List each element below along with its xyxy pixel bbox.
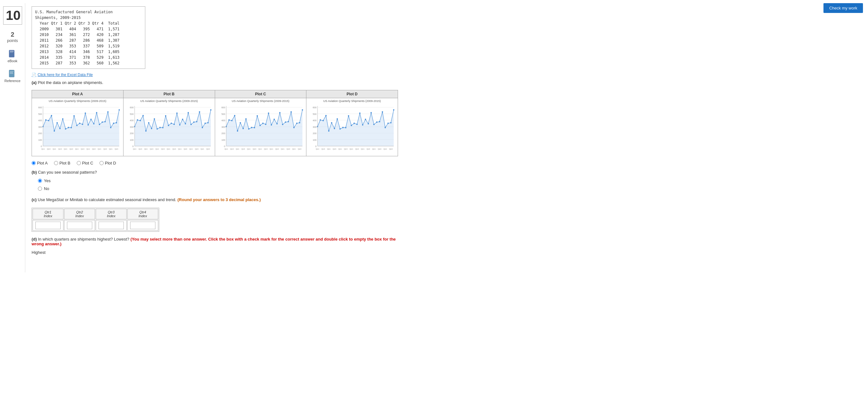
yes-label: Yes bbox=[44, 178, 51, 183]
qtr1-index-input[interactable] bbox=[35, 222, 61, 229]
part-a: (a) Plot the data on airplane shipments. bbox=[32, 80, 398, 85]
plot-d-header: Plot D bbox=[306, 90, 398, 98]
svg-rect-1 bbox=[10, 51, 13, 52]
plot-c-radio[interactable] bbox=[77, 161, 81, 165]
svg-text:Qtr1: Qtr1 bbox=[350, 148, 353, 150]
plot-d-radio[interactable] bbox=[99, 161, 103, 165]
svg-point-203 bbox=[326, 115, 327, 116]
indexes-table: Qtr1Index Qtr2Index Qtr3Index Qtr4Index bbox=[32, 208, 159, 232]
svg-text:200: 200 bbox=[38, 132, 42, 135]
svg-point-145 bbox=[237, 130, 238, 132]
no-label: No bbox=[44, 186, 49, 191]
plot-c-title: US Aviation Quarterly Shipments (2009-20… bbox=[216, 99, 305, 103]
plot-c-radio-label[interactable]: Plot C bbox=[77, 161, 93, 165]
check-my-work-button[interactable]: Check my work bbox=[824, 3, 863, 13]
plot-c-column: Plot C US Aviation Quarterly Shipments (… bbox=[215, 90, 307, 156]
svg-point-45 bbox=[104, 121, 106, 122]
no-radio[interactable] bbox=[38, 187, 42, 191]
svg-point-107 bbox=[205, 123, 206, 124]
svg-point-31 bbox=[65, 128, 66, 129]
svg-point-211 bbox=[348, 115, 349, 116]
qtr3-index-input[interactable] bbox=[98, 222, 124, 229]
svg-text:Qtr3: Qtr3 bbox=[58, 148, 62, 150]
svg-point-33 bbox=[70, 127, 72, 128]
svg-text:Qtr3: Qtr3 bbox=[230, 148, 234, 150]
plot-b-radio[interactable] bbox=[54, 161, 58, 165]
svg-point-104 bbox=[196, 121, 197, 122]
plot-b-column: Plot B US Aviation Quarterly Shipments (… bbox=[124, 90, 215, 156]
svg-point-216 bbox=[362, 124, 363, 125]
qtr2-index-input[interactable] bbox=[67, 222, 92, 229]
svg-text:Qtr3: Qtr3 bbox=[321, 148, 326, 150]
svg-text:Qtr1: Qtr1 bbox=[98, 148, 101, 150]
svg-point-224 bbox=[385, 127, 386, 128]
svg-point-213 bbox=[354, 123, 355, 124]
svg-text:300: 300 bbox=[221, 125, 225, 128]
svg-text:Qtr3: Qtr3 bbox=[367, 148, 371, 150]
svg-point-221 bbox=[376, 122, 377, 123]
svg-point-44 bbox=[102, 122, 103, 123]
svg-text:Qtr3: Qtr3 bbox=[150, 148, 154, 150]
svg-point-225 bbox=[388, 123, 389, 124]
svg-point-160 bbox=[279, 112, 280, 113]
svg-text:Qtr1: Qtr1 bbox=[247, 148, 250, 150]
ebook-label: eBook bbox=[7, 59, 18, 63]
svg-text:200: 200 bbox=[130, 132, 134, 135]
reference-button[interactable]: Reference bbox=[4, 69, 21, 83]
svg-text:Qtr3: Qtr3 bbox=[286, 148, 290, 150]
excel-link[interactable]: 📄 Click here for the Excel Data File bbox=[32, 73, 398, 77]
svg-point-96 bbox=[174, 124, 175, 125]
svg-text:Qtr3: Qtr3 bbox=[298, 148, 301, 150]
qtr4-index-header: Qtr4Index bbox=[127, 209, 158, 219]
yes-radio[interactable] bbox=[38, 179, 42, 183]
svg-point-161 bbox=[282, 124, 283, 125]
svg-point-209 bbox=[342, 127, 344, 128]
svg-point-90 bbox=[156, 128, 158, 129]
svg-point-43 bbox=[99, 124, 100, 125]
svg-text:Qtr3: Qtr3 bbox=[92, 148, 96, 150]
svg-point-41 bbox=[93, 123, 94, 124]
svg-text:100: 100 bbox=[38, 138, 42, 141]
svg-text:Qtr3: Qtr3 bbox=[47, 148, 51, 150]
svg-text:Qtr1: Qtr1 bbox=[200, 148, 204, 150]
svg-text:0: 0 bbox=[224, 145, 225, 148]
qtr4-index-input[interactable] bbox=[130, 222, 155, 229]
svg-text:500: 500 bbox=[221, 112, 225, 115]
svg-text:Qtr3: Qtr3 bbox=[138, 148, 142, 150]
plot-a-header: Plot A bbox=[32, 90, 123, 98]
yes-radio-item[interactable]: Yes bbox=[38, 178, 398, 183]
svg-point-202 bbox=[322, 120, 324, 121]
plots-container: Plot A US Aviation Quarterly Shipments (… bbox=[32, 90, 398, 156]
svg-text:Qtr1: Qtr1 bbox=[75, 148, 79, 150]
svg-point-98 bbox=[179, 124, 180, 125]
svg-point-108 bbox=[207, 122, 209, 123]
svg-point-163 bbox=[287, 121, 289, 122]
svg-point-106 bbox=[202, 127, 203, 128]
svg-point-142 bbox=[228, 119, 229, 121]
question-number: 10 bbox=[3, 6, 22, 25]
plot-a-radio[interactable] bbox=[32, 161, 36, 165]
svg-text:Qtr3: Qtr3 bbox=[115, 148, 119, 150]
no-radio-item[interactable]: No bbox=[38, 186, 398, 191]
plot-a-radio-label[interactable]: Plot A bbox=[32, 161, 48, 165]
svg-point-218 bbox=[368, 123, 369, 124]
svg-point-205 bbox=[331, 122, 332, 124]
svg-point-210 bbox=[345, 127, 346, 128]
svg-text:Qtr1: Qtr1 bbox=[327, 148, 331, 150]
svg-text:Qtr1: Qtr1 bbox=[383, 148, 387, 150]
svg-point-38 bbox=[85, 112, 86, 114]
svg-text:600: 600 bbox=[221, 106, 225, 109]
svg-text:400: 400 bbox=[221, 119, 225, 122]
svg-point-217 bbox=[365, 119, 366, 120]
qtr1-index-header: Qtr1Index bbox=[33, 209, 63, 219]
svg-point-220 bbox=[373, 124, 375, 125]
svg-text:Qtr1: Qtr1 bbox=[361, 148, 365, 150]
svg-point-92 bbox=[162, 127, 163, 128]
svg-point-84 bbox=[140, 120, 141, 121]
plot-b-radio-label[interactable]: Plot B bbox=[54, 161, 70, 165]
svg-text:Qtr3: Qtr3 bbox=[103, 148, 107, 150]
svg-point-91 bbox=[159, 127, 160, 128]
plot-d-radio-label[interactable]: Plot D bbox=[99, 161, 116, 165]
ebook-button[interactable]: eBook bbox=[7, 49, 18, 63]
svg-text:Qtr3: Qtr3 bbox=[389, 148, 393, 150]
